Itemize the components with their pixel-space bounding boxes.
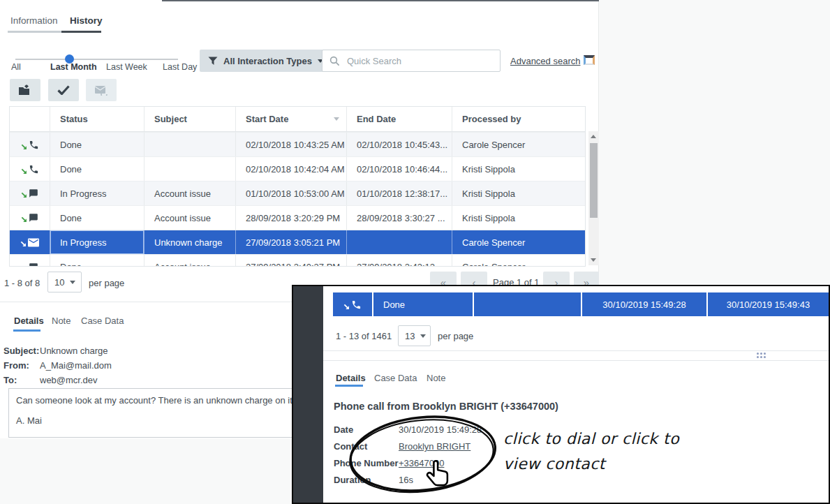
inbound-chat-icon <box>21 188 38 198</box>
funnel-icon <box>208 57 218 66</box>
float-window-icon[interactable] <box>584 55 595 65</box>
details-tab[interactable]: Details <box>14 316 44 326</box>
scrollbar-thumb[interactable] <box>590 143 598 218</box>
hand-cursor-icon <box>426 459 451 496</box>
inbound-chat-icon <box>21 213 38 223</box>
inbound-chat-icon <box>21 262 38 267</box>
mark-done-button[interactable] <box>48 79 79 101</box>
cell-start: 28/09/2018 3:20:29 PM <box>236 206 347 230</box>
table-row-selected[interactable]: In Progress Unknown charge 27/09/2018 3:… <box>10 230 585 254</box>
field-label: From: <box>3 360 29 371</box>
note-tab[interactable]: Note <box>427 373 445 383</box>
cell-status: In Progress <box>50 181 144 205</box>
screenshot-canvas: Information History All Last Month Last … <box>0 0 830 504</box>
note-tab[interactable]: Note <box>52 316 71 326</box>
details-tab[interactable]: Details <box>336 373 366 383</box>
cell-start: 27/09/2018 2:40:37 PM <box>236 255 347 266</box>
table-row[interactable]: Done 02/10/2018 10:43:25 AM 02/10/2018 1… <box>10 132 585 156</box>
page-size-value: 10 <box>54 277 64 288</box>
header-start-date[interactable]: Start Date <box>236 107 347 131</box>
window-top-edge <box>162 0 599 1</box>
table-scrollbar[interactable] <box>588 131 599 265</box>
table-row-clipped[interactable]: Done Account issue 27/09/2018 2:40:37 PM… <box>10 254 585 266</box>
slider-label-last-day[interactable]: Last Day <box>163 62 197 72</box>
cell-subject <box>144 133 236 156</box>
cell-processed-by: Kristi Sippola <box>452 206 585 230</box>
scroll-up-icon[interactable] <box>591 135 596 138</box>
table-header-row: Status Subject Start Date End Date Proce… <box>10 107 585 132</box>
advanced-search-link[interactable]: Advanced search <box>510 56 580 66</box>
cell-end: 02/10/2018 10:45:43... <box>347 133 452 156</box>
page-size-select[interactable]: 10 <box>47 272 82 292</box>
table-row[interactable]: Done 02/10/2018 10:42:04 AM 02/10/2018 1… <box>10 156 585 181</box>
header-subject[interactable]: Subject <box>144 107 236 131</box>
resize-grip[interactable] <box>757 353 766 358</box>
active-tab-underline <box>335 385 363 387</box>
cell-status: Done <box>50 206 144 230</box>
inbound-call-icon <box>21 164 39 175</box>
page-size-value: 13 <box>405 331 415 341</box>
section-divider <box>323 360 829 361</box>
case-data-tab[interactable]: Case Data <box>81 316 124 326</box>
interaction-type-filter-button[interactable]: All Interaction Types <box>200 50 332 72</box>
annotation-text-line2: view contact <box>503 455 605 473</box>
page-size-select[interactable]: 13 <box>398 325 431 346</box>
cell-status: Done <box>50 133 144 156</box>
chevron-down-icon <box>420 334 426 338</box>
quick-search-box[interactable] <box>322 50 501 72</box>
cell-processed-by: Carole Spencer <box>452 133 585 156</box>
cell-subject: Account issue <box>144 206 236 230</box>
cell-processed-by: Kristi Sippola <box>452 157 585 181</box>
per-page-label: per page <box>89 278 124 288</box>
cell-subject <box>474 292 581 316</box>
cell-subject: Account issue <box>144 255 236 266</box>
cell-status: Done <box>50 255 144 266</box>
tab-underline-inactive <box>8 31 61 33</box>
field-value: web@mcr.dev <box>40 375 98 385</box>
pagination-range: 1 - 8 of 8 <box>4 278 40 288</box>
search-input[interactable] <box>346 55 485 67</box>
check-icon <box>57 85 70 95</box>
header-icon-col <box>10 107 50 131</box>
tab-underline-active <box>61 31 101 33</box>
cell-end <box>347 230 452 254</box>
table-row[interactable]: Done Account issue 28/09/2018 3:20:29 PM… <box>10 205 585 230</box>
annotation-text-line1: click to dial or click to <box>503 430 679 447</box>
per-page-label: per page <box>438 331 473 341</box>
header-end-date[interactable]: End Date <box>347 107 452 131</box>
slider-label-last-month[interactable]: Last Month <box>50 62 97 72</box>
message-line: Can someone look at my account? There is… <box>16 395 318 406</box>
cell-subject: Account issue <box>144 181 236 205</box>
open-interaction-button[interactable] <box>10 79 40 101</box>
scroll-down-icon[interactable] <box>591 258 596 262</box>
field-label: To: <box>3 375 17 385</box>
cell-status: Done <box>50 157 144 181</box>
inbound-call-icon <box>21 140 39 150</box>
splitter-divider <box>323 350 829 351</box>
cell-subject: Unknown charge <box>144 230 236 254</box>
sort-desc-icon <box>334 117 339 121</box>
field-label: Subject: <box>3 346 39 356</box>
hand-drawn-circle <box>343 410 503 500</box>
interaction-type-filter-label: All Interaction Types <box>223 56 312 66</box>
message-signature: A. Mai <box>16 415 42 426</box>
table-row[interactable]: In Progress Account issue 01/10/2018 10:… <box>10 181 585 205</box>
tab-information[interactable]: Information <box>10 15 58 26</box>
time-slider-track[interactable] <box>15 59 178 60</box>
cell-status: In Progress <box>50 230 144 254</box>
cell-end: 02/10/2018 10:46:44... <box>347 157 452 181</box>
cell-end: 01/10/2018 12:38:17... <box>347 181 452 205</box>
cell-subject <box>144 157 236 181</box>
dark-sidebar-strip <box>293 286 323 503</box>
cell-start: 02/10/2018 10:43:25 AM <box>236 133 347 156</box>
resend-email-icon <box>94 85 108 96</box>
slider-label-all[interactable]: All <box>11 62 21 72</box>
cell-start: 30/10/2019 15:49:28 <box>582 292 706 316</box>
case-data-tab[interactable]: Case Data <box>374 373 417 383</box>
selected-call-row[interactable]: Done 30/10/2019 15:49:28 30/10/2019 15:4… <box>333 292 829 316</box>
header-status[interactable]: Status <box>50 107 144 131</box>
slider-label-last-week[interactable]: Last Week <box>106 62 147 72</box>
header-processed-by[interactable]: Processed by <box>452 107 585 131</box>
tab-history[interactable]: History <box>70 15 103 26</box>
interaction-table: Status Subject Start Date End Date Proce… <box>9 106 586 267</box>
